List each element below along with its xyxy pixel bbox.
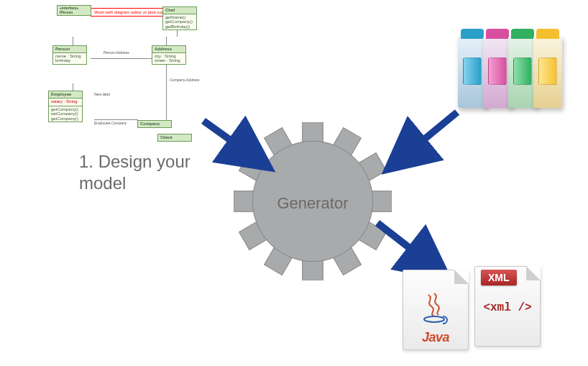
- xml-badge: XML: [481, 270, 517, 285]
- output-files: Java XML <xml />: [403, 266, 553, 356]
- uml-rel-person-address: Person-Address: [104, 51, 129, 55]
- java-cup-icon: [421, 292, 450, 325]
- uml-interface-iperson: «interface»IPerson: [57, 5, 91, 16]
- uml-class-company: Company: [137, 120, 172, 128]
- generator-label: Generator: [234, 194, 392, 213]
- xml-file-icon: XML <xml />: [474, 266, 541, 347]
- java-file-icon: Java: [403, 270, 469, 350]
- arrow-cartridges-to-generator: [380, 106, 466, 178]
- step-label: 1. Design your model: [79, 151, 190, 194]
- uml-note: Work with diagram editor or java code: [91, 8, 170, 17]
- uml-rel-new-label: New label: [94, 93, 110, 97]
- svg-line-13: [203, 121, 264, 164]
- svg-line-14: [392, 112, 457, 165]
- arrow-model-to-generator: [198, 115, 277, 176]
- java-label: Java: [409, 330, 462, 345]
- xml-tag-text: <xml />: [475, 301, 540, 314]
- uml-model-editor: Work with diagram editor or java code «i…: [22, 0, 217, 142]
- svg-point-16: [424, 316, 444, 322]
- uml-class-client: Client: [157, 134, 192, 142]
- cartridges-icon: [458, 29, 569, 115]
- uml-rel-company-address: Company-Address: [170, 78, 199, 83]
- uml-class-chef: Chef getName() getCompany() getBirthday(…: [162, 6, 197, 30]
- uml-class-address: Address city : String street : String: [152, 45, 186, 65]
- uml-rel-employee-company: Employee-Company: [94, 122, 127, 126]
- uml-class-person: Person name : String birthday: [52, 45, 87, 65]
- uml-class-employee: Employee salary : String getCompany() se…: [48, 91, 83, 122]
